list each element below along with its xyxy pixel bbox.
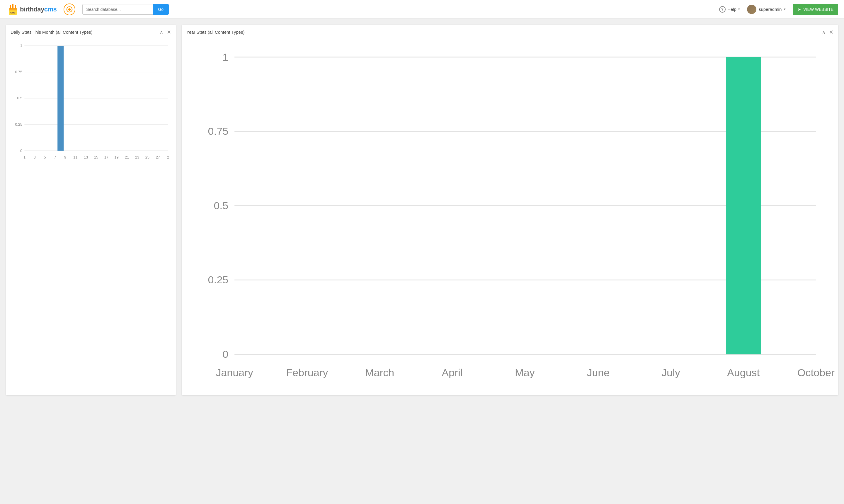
svg-text:May: May (515, 367, 535, 379)
svg-text:0.25: 0.25 (208, 274, 229, 286)
logo-text: birthdaycms (20, 5, 57, 13)
daily-close-icon[interactable]: ✕ (167, 30, 171, 35)
logo: CMS birthdaycms (6, 2, 57, 16)
svg-text:15: 15 (94, 155, 98, 159)
svg-text:17: 17 (104, 155, 108, 159)
svg-text:1: 1 (222, 51, 228, 63)
daily-bar (57, 46, 64, 150)
help-icon: ? (719, 6, 725, 13)
svg-text:0.5: 0.5 (17, 96, 22, 100)
year-chart-svg: 1 0.75 0.5 0.25 0 January February March… (186, 39, 833, 390)
daily-collapse-icon[interactable]: ∧ (160, 29, 163, 35)
daily-card-header: Daily Stats This Month (all Content Type… (11, 29, 171, 35)
app-header: CMS birthdaycms Go ? Help ▾ superadmin ▾ (0, 0, 844, 19)
logo-icon: CMS (6, 2, 20, 16)
svg-text:19: 19 (114, 155, 119, 159)
svg-rect-3 (12, 4, 14, 9)
svg-text:0.75: 0.75 (15, 70, 22, 74)
help-chevron-icon: ▾ (738, 7, 740, 11)
year-chart-title: Year Stats (all Content Types) (186, 30, 245, 35)
avatar (747, 5, 756, 14)
svg-text:2: 2 (167, 155, 169, 159)
go-button[interactable]: Go (153, 4, 169, 15)
svg-text:27: 27 (156, 155, 160, 159)
year-close-icon[interactable]: ✕ (829, 30, 833, 35)
year-collapse-icon[interactable]: ∧ (822, 29, 826, 35)
svg-text:0.75: 0.75 (208, 125, 229, 137)
header-right: ? Help ▾ superadmin ▾ ➤ VIEW WEBSITE (719, 4, 838, 15)
back-button[interactable] (64, 3, 75, 15)
svg-rect-2 (10, 5, 11, 9)
year-card-header: Year Stats (all Content Types) ∧ ✕ (186, 29, 833, 35)
help-button[interactable]: ? Help ▾ (719, 6, 740, 13)
svg-text:13: 13 (84, 155, 88, 159)
daily-chart-svg: 1 0.75 0.5 0.25 0 1 3 5 7 (11, 39, 171, 163)
svg-text:0.25: 0.25 (15, 123, 22, 127)
user-chevron-icon: ▾ (784, 7, 786, 11)
user-menu[interactable]: superadmin ▾ (747, 5, 786, 14)
svg-text:August: August (727, 367, 760, 379)
svg-text:January: January (216, 367, 253, 379)
daily-card-controls: ∧ ✕ (160, 29, 171, 35)
svg-text:CMS: CMS (10, 12, 16, 14)
svg-text:1: 1 (20, 44, 22, 48)
daily-chart-area: 1 0.75 0.5 0.25 0 1 3 5 7 (11, 39, 171, 164)
svg-text:5: 5 (44, 155, 46, 159)
svg-text:1: 1 (23, 155, 25, 159)
svg-rect-5 (9, 10, 17, 11)
search-input[interactable] (82, 4, 153, 15)
svg-text:0.5: 0.5 (214, 200, 228, 212)
svg-text:June: June (587, 367, 610, 379)
view-website-button[interactable]: ➤ VIEW WEBSITE (793, 4, 838, 15)
svg-text:25: 25 (145, 155, 149, 159)
view-website-arrow-icon: ➤ (797, 7, 801, 12)
svg-text:11: 11 (73, 155, 77, 159)
svg-text:0: 0 (20, 149, 22, 153)
svg-text:7: 7 (54, 155, 56, 159)
svg-rect-4 (15, 5, 16, 9)
svg-text:March: March (365, 367, 394, 379)
username-label: superadmin (759, 7, 782, 12)
view-website-label: VIEW WEBSITE (803, 7, 833, 12)
daily-chart-title: Daily Stats This Month (all Content Type… (11, 30, 93, 35)
year-card-controls: ∧ ✕ (822, 29, 833, 35)
daily-stats-card: Daily Stats This Month (all Content Type… (6, 24, 176, 395)
main-content: Daily Stats This Month (all Content Type… (0, 19, 844, 401)
help-label: Help (728, 7, 736, 12)
svg-text:February: February (286, 367, 328, 379)
svg-text:3: 3 (34, 155, 36, 159)
svg-text:9: 9 (64, 155, 66, 159)
svg-text:July: July (661, 367, 680, 379)
svg-text:23: 23 (135, 155, 139, 159)
svg-text:21: 21 (125, 155, 129, 159)
svg-text:October: October (797, 367, 834, 379)
year-chart-area: 1 0.75 0.5 0.25 0 January February March… (186, 39, 833, 391)
search-area: Go (82, 4, 169, 15)
svg-text:April: April (442, 367, 463, 379)
year-stats-card: Year Stats (all Content Types) ∧ ✕ (182, 24, 838, 395)
svg-text:0: 0 (222, 348, 228, 360)
year-bar (726, 57, 761, 354)
